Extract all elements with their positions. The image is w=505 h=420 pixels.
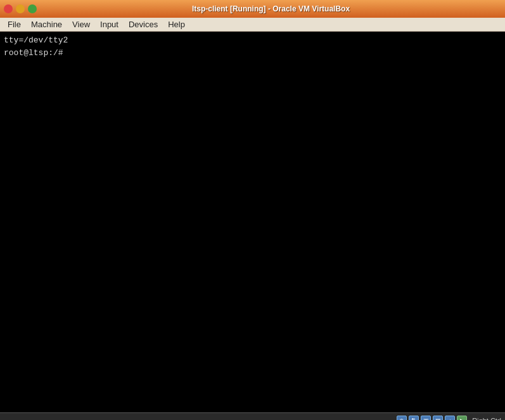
- capture-icon[interactable]: ▶: [457, 416, 467, 421]
- display-icon[interactable]: ▣: [421, 416, 431, 421]
- title-bar: ltsp-client [Running] - Oracle VM Virtua…: [0, 0, 505, 18]
- terminal-area[interactable]: tty=/dev/tty2 root@ltsp:/#: [0, 32, 505, 412]
- window-controls: [4, 4, 37, 13]
- menu-help[interactable]: Help: [163, 18, 190, 30]
- minimize-button[interactable]: [16, 4, 25, 13]
- window-title: ltsp-client [Running] - Oracle VM Virtua…: [41, 4, 501, 13]
- status-icons: ⊕ ⇅ ▣ ▤ ♪ ▶: [397, 416, 467, 421]
- menu-view[interactable]: View: [67, 18, 95, 30]
- storage-icon[interactable]: ▤: [433, 416, 443, 421]
- terminal-line-2: root@ltsp:/#: [4, 47, 501, 60]
- network-icon[interactable]: ⇅: [409, 416, 419, 421]
- maximize-button[interactable]: [28, 4, 37, 13]
- right-ctrl-label: Right Ctrl: [470, 417, 501, 421]
- terminal-line-1: tty=/dev/tty2: [4, 34, 501, 47]
- menu-bar: File Machine View Input Devices Help: [0, 18, 505, 32]
- menu-devices[interactable]: Devices: [124, 18, 163, 30]
- status-bar: ⊕ ⇅ ▣ ▤ ♪ ▶ Right Ctrl: [0, 412, 505, 420]
- close-button[interactable]: [4, 4, 13, 13]
- audio-icon[interactable]: ♪: [445, 416, 455, 421]
- menu-file[interactable]: File: [3, 18, 26, 30]
- usb-icon[interactable]: ⊕: [397, 416, 407, 421]
- menu-input[interactable]: Input: [95, 18, 124, 30]
- menu-machine[interactable]: Machine: [26, 18, 67, 30]
